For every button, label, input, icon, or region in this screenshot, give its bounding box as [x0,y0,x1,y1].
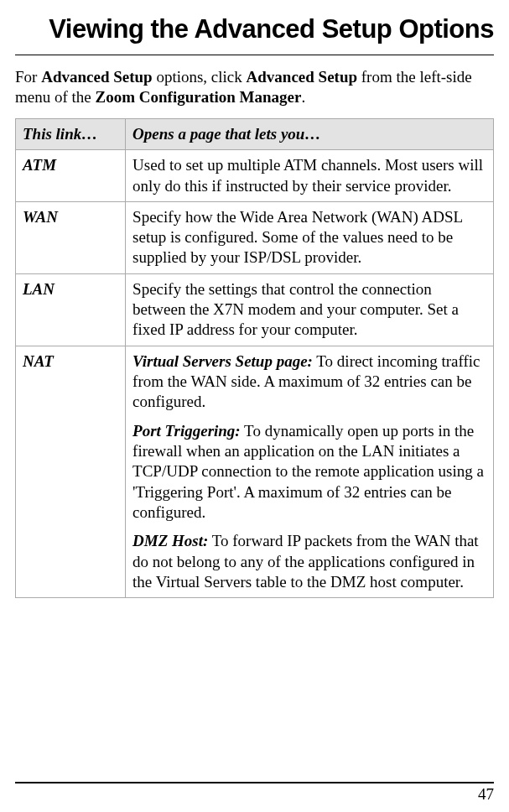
desc-nat: Virtual Servers Setup page: To direct in… [126,346,494,597]
intro-bold1: Advanced Setup [41,68,153,86]
table-row: NAT Virtual Servers Setup page: To direc… [16,346,494,597]
intro-prefix: For [15,68,41,86]
intro-bold3: Zoom Configuration Manager [96,88,302,106]
advanced-setup-table: This link… Opens a page that lets you… A… [15,118,494,598]
intro-paragraph: For Advanced Setup options, click Advanc… [15,67,494,108]
table-row: LAN Specify the settings that control th… [16,273,494,346]
heading-rule [15,55,494,55]
intro-bold2: Advanced Setup [247,68,358,86]
header-desc: Opens a page that lets you… [126,118,494,149]
page-number: 47 [15,785,494,804]
intro-mid1: options, click [153,68,247,86]
table-row: ATM Used to set up multiple ATM channels… [16,150,494,202]
nat-port-section: Port Triggering: To dynamically open up … [132,421,486,523]
nat-dmz-section: DMZ Host: To forward IP packets from the… [132,531,486,592]
page-heading: Viewing the Advanced Setup Options [15,10,494,49]
nat-virtual-label: Virtual Servers Setup page: [132,352,313,370]
link-lan: LAN [16,273,126,346]
desc-lan: Specify the settings that control the co… [126,273,494,346]
table-header-row: This link… Opens a page that lets you… [16,118,494,149]
header-link: This link… [16,118,126,149]
link-nat: NAT [16,346,126,597]
page-footer: 47 [15,782,494,804]
nat-dmz-label: DMZ Host: [132,532,208,549]
table-row: WAN Specify how the Wide Area Network (W… [16,201,494,273]
intro-suffix: . [301,88,305,106]
nat-port-label: Port Triggering: [132,422,241,440]
nat-virtual-section: Virtual Servers Setup page: To direct in… [132,351,486,413]
link-atm: ATM [16,150,126,202]
desc-wan: Specify how the Wide Area Network (WAN) … [126,201,494,273]
footer-rule [15,782,494,783]
link-wan: WAN [16,201,126,273]
desc-atm: Used to set up multiple ATM channels. Mo… [126,150,494,202]
